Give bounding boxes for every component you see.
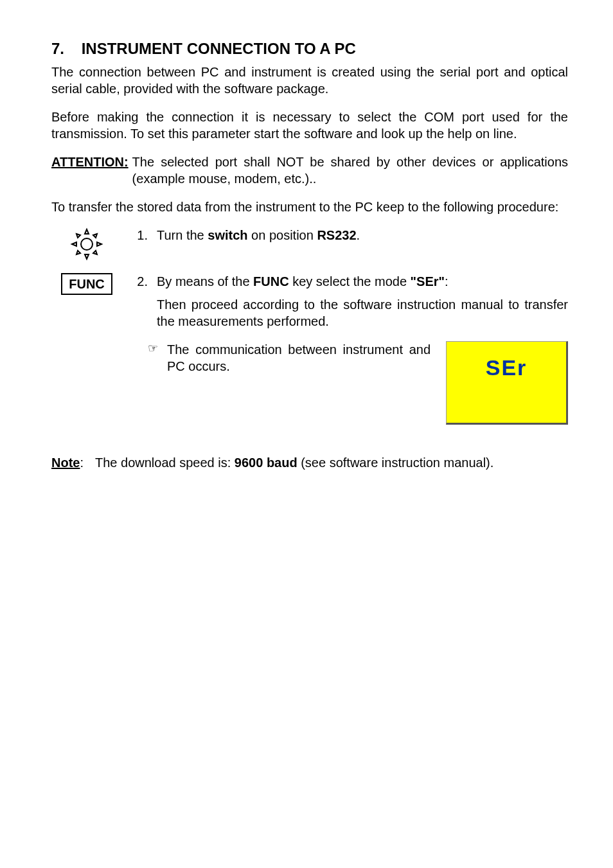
- section-heading: 7. INSTRUMENT CONNECTION TO A PC: [51, 39, 568, 58]
- step2-pre: By means of the: [157, 274, 253, 288]
- step1-mid: on position: [248, 228, 317, 242]
- hand-icon: ☞: [148, 341, 167, 356]
- transfer-paragraph: To transfer the stored data from the ins…: [51, 199, 568, 215]
- switch-icon: [51, 227, 122, 261]
- lcd-value: SEr: [486, 353, 528, 382]
- attention-label: ATTENTION:: [51, 154, 132, 187]
- note-block: Note:The download speed is: 9600 baud (s…: [51, 454, 568, 471]
- before-paragraph: Before making the connection it is neces…: [51, 109, 568, 142]
- lcd-display: SEr: [446, 341, 568, 425]
- svg-marker-1: [85, 229, 89, 234]
- intro-paragraph: The connection between PC and instrument…: [51, 64, 568, 97]
- note-post: (see software instruction manual).: [298, 456, 494, 470]
- note-bold-baud: 9600 baud: [235, 456, 298, 470]
- step2-bold-func: FUNC: [253, 274, 289, 288]
- func-key-label: FUNC: [61, 273, 112, 295]
- communication-text: The communication between instrument and…: [167, 341, 446, 375]
- step-1-text: Turn the switch on position RS232.: [157, 227, 568, 244]
- step-1-number: 1.: [122, 227, 157, 244]
- step-2-number: 2.: [122, 273, 157, 290]
- heading-number: 7.: [51, 40, 64, 57]
- svg-marker-8: [93, 251, 97, 254]
- communication-row: ☞ The communication between instrument a…: [148, 341, 568, 425]
- func-key-icon: FUNC: [51, 273, 122, 295]
- note-pre: The download speed is:: [95, 456, 235, 470]
- svg-marker-6: [93, 234, 97, 238]
- attention-block: ATTENTION: The selected port shall NOT b…: [51, 154, 568, 187]
- svg-marker-7: [76, 251, 80, 254]
- step1-bold-switch: switch: [208, 228, 247, 242]
- note-label: Note: [51, 456, 80, 470]
- step-2-text: By means of the FUNC key select the mode…: [157, 273, 568, 330]
- svg-point-0: [81, 238, 93, 250]
- step-2-subtext: Then proceed according to the software i…: [157, 296, 568, 330]
- note-colon: :: [80, 456, 84, 470]
- svg-marker-2: [85, 254, 89, 259]
- step2-mid: key select the mode: [289, 274, 411, 288]
- svg-marker-5: [76, 234, 80, 238]
- svg-marker-4: [97, 242, 102, 246]
- step1-pre: Turn the: [157, 228, 208, 242]
- step2-post: :: [445, 274, 449, 288]
- attention-text: The selected port shall NOT be shared by…: [132, 154, 568, 187]
- svg-marker-3: [72, 242, 76, 246]
- step2-bold-ser: "SEr": [411, 274, 445, 288]
- step1-bold-rs232: RS232: [317, 228, 356, 242]
- heading-text: INSTRUMENT CONNECTION TO A PC: [82, 40, 356, 57]
- step1-post: .: [357, 228, 360, 242]
- document-page: 7. INSTRUMENT CONNECTION TO A PC The con…: [0, 0, 613, 509]
- step-2-row: FUNC 2. By means of the FUNC key select …: [51, 273, 568, 330]
- step-1-row: 1. Turn the switch on position RS232.: [51, 227, 568, 261]
